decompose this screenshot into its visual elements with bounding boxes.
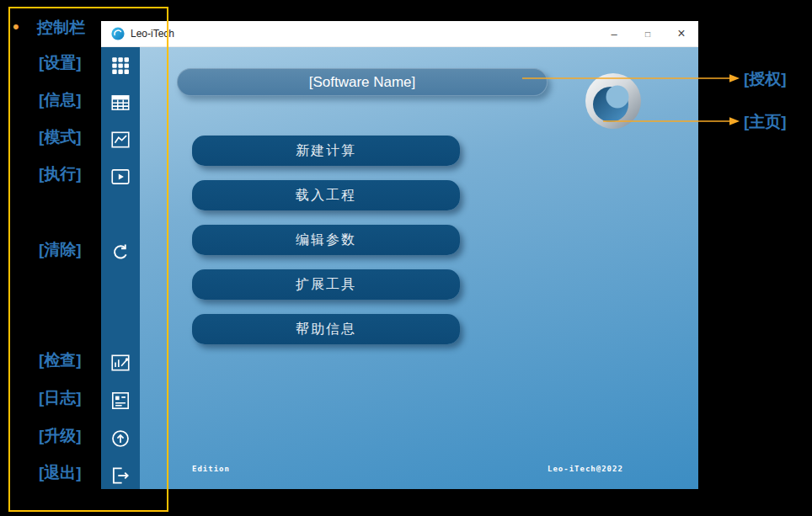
chart-check-icon [110,352,131,374]
close-button[interactable]: × [665,21,698,46]
edition-label: Edition [192,465,230,473]
annotation-home-label: [主页] [744,113,787,132]
sidebar-button-clear[interactable] [110,242,131,263]
sidebar-button-upgrade[interactable] [110,428,131,450]
annotation-license-label: [授权] [744,70,787,89]
app-window: Leo-iTech – □ × [101,21,698,489]
help-info-button[interactable]: 帮助信息 [192,314,460,344]
title-bar[interactable]: Leo-iTech – □ × [101,21,698,47]
annotation-upgrade-label: [升级] [39,427,82,446]
main-content: [Software Name] [140,47,698,489]
window-title: Leo-iTech [131,28,174,40]
annotation-settings-label: [设置] [39,54,82,73]
app-logo-icon [111,27,125,40]
annotation-log-label: [日志] [39,389,82,408]
edit-parameters-button[interactable]: 编辑参数 [192,225,460,255]
refresh-icon [110,242,131,263]
extension-tools-button[interactable]: 扩展工具 [192,269,460,300]
copyright-label: Leo-iTech@2022 [548,465,623,473]
software-name-banner: [Software Name] [177,68,548,96]
load-project-button[interactable]: 载入工程 [192,180,460,210]
main-menu: 新建计算 载入工程 编辑参数 扩展工具 帮助信息 [192,136,460,359]
control-bar-label: 控制栏 [37,19,85,38]
new-calculation-button[interactable]: 新建计算 [192,136,460,166]
home-arrow-icon [603,116,740,126]
sidebar-button-settings[interactable] [110,55,131,77]
line-chart-icon [110,129,131,151]
sidebar-button-log[interactable] [110,390,131,412]
log-icon [110,390,131,412]
sidebar-button-info[interactable] [110,92,131,114]
upgrade-icon [110,428,131,450]
annotation-mode-label: [模式] [39,128,82,147]
page: Leo-iTech – □ × [0,0,812,516]
play-icon [110,166,131,188]
annotation-clear-label: [清除] [39,241,82,260]
apps-grid-icon [110,55,131,77]
annotation-info-label: [信息] [39,91,82,110]
window-controls: – □ × [597,21,698,46]
control-bar [101,47,140,489]
sidebar-button-check[interactable] [110,352,131,374]
table-icon [110,92,131,114]
minimize-button[interactable]: – [597,21,631,46]
sidebar-button-mode[interactable] [110,129,131,151]
maximize-button[interactable]: □ [631,21,665,46]
sidebar-button-exit[interactable] [110,465,131,487]
window-body: [Software Name] [101,47,698,489]
sidebar-button-run[interactable] [110,166,131,188]
license-arrow-icon [522,73,740,83]
annotation-check-label: [检查] [39,351,82,370]
exit-icon [110,465,131,487]
bullet-icon: • [13,18,19,36]
annotation-run-label: [执行] [39,165,82,184]
annotation-exit-label: [退出] [39,464,82,483]
